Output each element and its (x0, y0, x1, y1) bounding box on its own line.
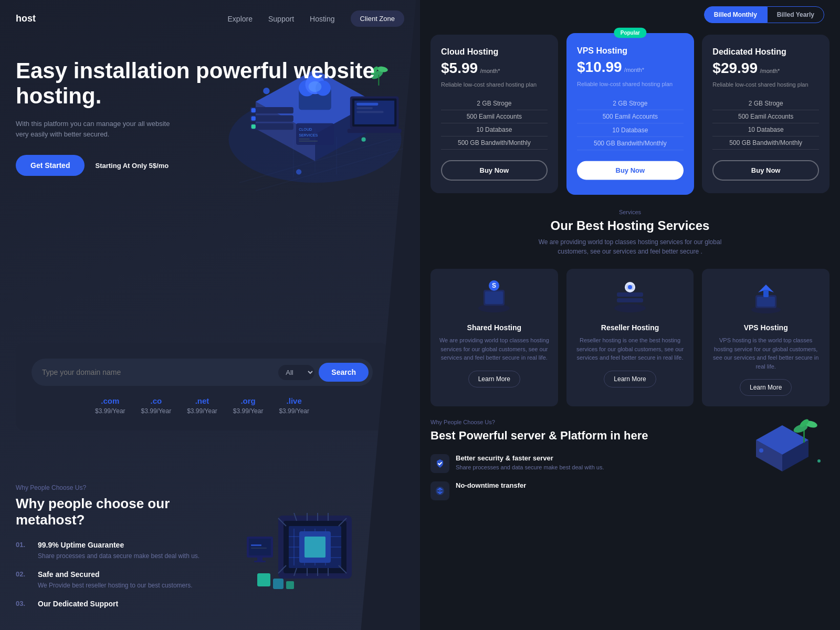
why-choose-section: Why People Choose Us? Why people choose … (16, 484, 388, 630)
svg-rect-50 (304, 537, 326, 558)
svg-rect-86 (757, 297, 775, 307)
vps-card-title: VPS Hosting (577, 46, 684, 55)
domain-search-input[interactable] (42, 368, 278, 376)
dedicated-feature-3: 500 GB Bandwith/Monthly (712, 136, 819, 150)
reseller-learn-more-button[interactable]: Learn More (604, 371, 656, 387)
svg-text:S: S (492, 282, 496, 289)
cloud-price-amount: $5.99 (441, 60, 478, 76)
vps-learn-more-button[interactable]: Learn More (740, 379, 792, 396)
get-started-button[interactable]: Get Started (16, 155, 85, 176)
tld-net: .net $3.99/Year (187, 396, 217, 415)
transfer-feature-heading: No-downtime transfer (456, 481, 526, 489)
tld-co: .co $3.99/Year (141, 396, 172, 415)
why-num-1: 01. (16, 541, 30, 561)
nav-links: Explore Support Hosting Client Zone (228, 10, 404, 27)
why-desc-1: Share processes and data secure make bes… (38, 551, 200, 561)
svg-rect-79 (617, 292, 643, 297)
security-feature-content: Better security & faster server Share pr… (456, 454, 604, 471)
tld-com: .com $3.99/Year (95, 396, 125, 415)
vps-hosting-desc: VPS hosting is the world top classes hos… (710, 336, 821, 371)
tld-net-name: .net (187, 396, 217, 405)
bottom-illustration (242, 484, 388, 600)
left-panel: host Explore Support Hosting Client Zone (0, 0, 420, 630)
cloud-feature-0: 2 GB Stroge (441, 97, 548, 110)
server-features: Better security & faster server Share pr… (430, 454, 724, 500)
why-desc-2: We Provide best reseller hosting to our … (38, 581, 193, 590)
why-num-2: 02. (16, 570, 30, 590)
why-item-1: 01. 99.9% Uptime Guarantee Share process… (16, 541, 231, 561)
vps-feature-0: 2 GB Stroge (577, 97, 684, 111)
vps-buy-button[interactable]: Buy Now (577, 161, 684, 180)
billing-yearly-button[interactable]: Billed Yearly (767, 6, 824, 23)
client-zone-button[interactable]: Client Zone (351, 10, 404, 27)
svg-point-83 (628, 285, 632, 289)
pricing-section: Cloud Hosting $5.99 /month* Reliable low… (420, 29, 840, 193)
hero-section: Easy installation powerful website hosti… (0, 37, 420, 176)
server-section: Why People Choose Us? Best Powerful serv… (420, 406, 840, 509)
services-section: Services Our Best Hosting Services We ar… (420, 193, 840, 406)
service-card-reseller: Reseller Hosting Reseller hosting is one… (566, 269, 694, 406)
svg-rect-88 (763, 290, 769, 297)
why-heading-3: Our Dedicated Support (38, 600, 118, 608)
vps-feature-3: 500 GB Bandwith/Monthly (577, 137, 684, 151)
cloud-feature-1: 500 Eamil Accounts (441, 110, 548, 123)
transfer-icon-box (430, 481, 449, 500)
cloud-card-price: $5.99 /month* (441, 60, 548, 77)
vps-card-desc: Reliable low-cost shared hosting plan (577, 80, 684, 89)
dedicated-features: 2 GB Stroge 500 Eamil Accounts 10 Databa… (712, 97, 819, 150)
svg-rect-75 (485, 291, 503, 304)
pricing-card-dedicated: Dedicated Hosting $29.99 /month* Reliabl… (702, 35, 830, 193)
reseller-hosting-name: Reseller Hosting (575, 323, 686, 332)
domain-search-section: All .com .net .org Search .com $3.99/Yea… (16, 343, 388, 430)
cloud-card-title: Cloud Hosting (441, 47, 548, 57)
svg-rect-70 (251, 548, 267, 549)
domain-search-button[interactable]: Search (319, 363, 369, 382)
domain-type-select[interactable]: All .com .net .org (278, 365, 314, 380)
nav-hosting[interactable]: Hosting (310, 15, 334, 23)
security-icon-box (430, 454, 449, 473)
vps-card-price: $10.99 /month* (577, 59, 684, 76)
tld-co-price: $3.99/Year (141, 407, 172, 415)
tld-com-price: $3.99/Year (95, 407, 125, 415)
nav-explore[interactable]: Explore (228, 15, 253, 23)
cloud-price-period: /month* (480, 68, 500, 74)
vps-price-amount: $10.99 (577, 59, 622, 76)
cloud-feature-2: 10 Database (441, 123, 548, 136)
service-card-shared: S Shared Hosting We are providing world … (430, 269, 558, 406)
cloud-card-desc: Reliable low-cost shared hosting plan (441, 81, 548, 89)
why-list: 01. 99.9% Uptime Guarantee Share process… (16, 541, 231, 610)
vps-features: 2 GB Stroge 500 Eamil Accounts 10 Databa… (577, 97, 684, 151)
svg-rect-63 (257, 573, 270, 586)
dedicated-price-amount: $29.99 (712, 60, 758, 76)
domain-tlds: .com $3.99/Year .co $3.99/Year .net $3.9… (32, 396, 373, 415)
dedicated-card-title: Dedicated Hosting (712, 47, 819, 57)
shared-learn-more-button[interactable]: Learn More (468, 371, 520, 387)
vps-feature-1: 500 Eamil Accounts (577, 110, 684, 124)
server-title: Best Powerful server & Platform in here (430, 428, 724, 444)
domain-search-bar: All .com .net .org Search (32, 359, 373, 386)
nav-support[interactable]: Support (268, 15, 294, 23)
vps-hosting-icon (748, 279, 784, 316)
vps-hosting-name: VPS Hosting (710, 323, 821, 332)
service-cards: S Shared Hosting We are providing world … (430, 269, 830, 406)
vps-feature-2: 10 Database (577, 124, 684, 138)
billing-monthly-button[interactable]: Billed Monthly (704, 6, 767, 23)
why-content-1: 99.9% Uptime Guarantee Share processes a… (38, 541, 200, 561)
svg-point-98 (759, 448, 763, 453)
cloud-buy-button[interactable]: Buy Now (441, 160, 548, 181)
why-content-3: Our Dedicated Support (38, 600, 118, 610)
tld-live-price: $3.99/Year (279, 407, 309, 415)
dedicated-card-desc: Reliable low-cost shared hosting plan (712, 81, 819, 89)
price-value: 5$/mo (149, 162, 169, 170)
dedicated-buy-button[interactable]: Buy Now (712, 160, 819, 181)
svg-rect-65 (286, 581, 294, 589)
svg-point-99 (817, 459, 821, 463)
tld-co-name: .co (141, 396, 172, 405)
why-item-2: 02. Safe and Secured We Provide best res… (16, 570, 231, 590)
reseller-hosting-icon (612, 279, 648, 316)
pricing-card-vps: Popular VPS Hosting $10.99 /month* Relia… (566, 33, 694, 195)
hero-description: With this platform you can manage your a… (16, 119, 173, 141)
why-title: Why people choose our metahost? (16, 496, 231, 528)
why-heading-2: Safe and Secured (38, 570, 193, 579)
price-label: Starting At Only (95, 162, 146, 170)
